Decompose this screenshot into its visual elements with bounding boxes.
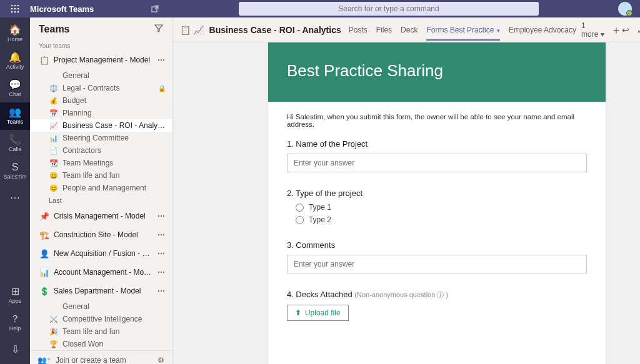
channel-legal-contracts[interactable]: ⚖️Legal - Contracts [30, 82, 172, 94]
rail-calls[interactable]: 📞Calls [0, 130, 30, 157]
rail-chat[interactable]: 💬Chat [0, 75, 30, 102]
form-title: Best Practice Sharing [268, 42, 606, 102]
team-more-icon[interactable]: ⋯ [154, 287, 166, 295]
rail-teams[interactable]: 👥Teams [0, 102, 30, 130]
q2-title: 2. Type of the project [287, 189, 587, 198]
svg-point-7 [14, 11, 16, 13]
team-icon: 📊 [39, 267, 50, 278]
team-sales-department-model[interactable]: 💲Sales Department - Model⋯ [30, 282, 172, 300]
bell-icon: 🔔 [9, 52, 21, 62]
q2-opt1[interactable]: Type 1 [296, 203, 587, 212]
q1-input[interactable] [287, 154, 587, 172]
channel-general[interactable]: General [30, 69, 172, 82]
form-note: Hi Salestim, when you submit this form, … [287, 113, 587, 128]
salestim-icon: S [12, 162, 19, 172]
rail-activity[interactable]: 🔔Activity [0, 47, 30, 75]
q3-input[interactable] [287, 255, 587, 273]
reply-icon[interactable]: ↩ [622, 25, 629, 35]
tab-more[interactable]: 1 more ▾ [581, 21, 604, 39]
team-account-management-model[interactable]: 📊Account Management - Model⋯ [30, 263, 172, 282]
channel-icon: 🎉 [49, 328, 59, 336]
channel-contractors[interactable]: 📄Contractors [30, 144, 172, 157]
channel-planning[interactable]: 📅Planning [30, 107, 172, 119]
chat-icon: 💬 [9, 80, 21, 90]
channel-budget[interactable]: 💰Budget [30, 94, 172, 107]
tab-posts[interactable]: Posts [349, 19, 368, 41]
upload-file-button[interactable]: ⬆ Upload file [287, 305, 349, 321]
app-title: Microsoft Teams [30, 4, 142, 14]
channel-icon: 💰 [49, 97, 59, 105]
upload-icon: ⬆ [295, 308, 301, 317]
team-project-management[interactable]: 📋 Project Management - Model ⋯ [30, 51, 172, 69]
rail-salestim[interactable]: SSalesTim [0, 157, 30, 185]
teams-icon: 👥 [9, 107, 21, 117]
team-new-acquisition-fusion-model[interactable]: 👤New Acquisition / Fusion - Model⋯ [30, 244, 172, 263]
channel-team-life-and-fun[interactable]: 🎉Team life and fun [30, 325, 172, 338]
popout-icon[interactable] [142, 5, 168, 12]
download-icon: ⇩ [11, 345, 19, 355]
team-more-icon[interactable]: ⋯ [154, 230, 166, 239]
channel-people-and-management[interactable]: 😊People and Management [30, 182, 172, 194]
teams-panel-title: Teams [39, 24, 70, 35]
channel-icon: ⚖️ [49, 84, 59, 92]
q4-title: 4. Decks Attached (Non-anonymous questio… [287, 290, 587, 300]
user-avatar[interactable] [610, 2, 640, 16]
q3-title: 3. Comments [287, 240, 587, 250]
q2-opt2[interactable]: Type 2 [296, 215, 587, 224]
form-card: Best Practice Sharing Hi Salestim, when … [268, 42, 606, 364]
channel-team-life-and-fun[interactable]: 😄Team life and fun [30, 169, 172, 182]
channel-closed-won[interactable]: 🏆Closed Won [30, 338, 172, 350]
tab-files[interactable]: Files [376, 19, 392, 41]
team-more-icon[interactable]: ⋯ [154, 212, 166, 220]
svg-point-4 [14, 8, 16, 10]
teams-panel: Teams Your teams 📋 Project Management - … [30, 17, 172, 364]
filter-icon[interactable] [154, 24, 163, 35]
svg-point-8 [18, 11, 19, 13]
channel-icon: ⚔️ [49, 315, 59, 323]
channel-icon: 📈 [49, 122, 59, 130]
svg-point-5 [18, 8, 19, 10]
channel-icon: 🏆 [49, 340, 59, 348]
rail-download[interactable]: ⇩ [0, 337, 30, 364]
channel-general[interactable]: General [30, 300, 172, 313]
team-icon: 👤 [39, 248, 50, 259]
channel-team-meetings[interactable]: 📆Team Meetings [30, 157, 172, 169]
rail-more[interactable]: ⋯ [0, 185, 30, 212]
team-more-icon[interactable]: ⋯ [154, 268, 166, 277]
channel-competitive-intelligence[interactable]: ⚔️Competitive Intelligence [30, 313, 172, 325]
search-input[interactable] [239, 2, 539, 16]
team-icon: 📌 [39, 210, 50, 222]
rail-help[interactable]: ？Help [0, 309, 30, 337]
help-icon: ？ [10, 314, 20, 324]
expand-icon[interactable]: ⤢ [637, 25, 640, 35]
channel-team-icon: 📋 [180, 23, 191, 37]
channel-steering-committee[interactable]: 📊Steering Committee [30, 132, 172, 144]
rail-apps[interactable]: ⊞Apps [0, 282, 30, 309]
join-create-team[interactable]: Join or create a team [56, 356, 126, 364]
team-icon: 🏗️ [39, 229, 50, 240]
phone-icon: 📞 [9, 135, 21, 145]
lock-icon [156, 84, 166, 92]
chevron-down-icon: ▾ [601, 30, 604, 39]
svg-point-2 [18, 5, 19, 7]
team-crisis-management-model[interactable]: 📌Crisis Management - Model⋯ [30, 207, 172, 225]
rail-home[interactable]: 🏠Home [0, 20, 30, 47]
chevron-down-icon: ▾ [495, 27, 500, 34]
tab-deck[interactable]: Deck [401, 19, 418, 41]
channel-icon: 📄 [49, 147, 59, 155]
team-more-icon[interactable]: ⋯ [154, 249, 166, 258]
tab-forms-best-practice[interactable]: Forms Best Practice ▾ [426, 19, 500, 41]
channel-icon: 📆 [49, 159, 59, 167]
team-more-icon[interactable]: ⋯ [154, 56, 166, 64]
app-rail: 🏠Home 🔔Activity 💬Chat 👥Teams 📞Calls SSal… [0, 17, 30, 364]
settings-gear-icon[interactable]: ⚙ [158, 356, 164, 364]
team-icon: 💲 [39, 285, 50, 297]
section-your-teams: Your teams [30, 39, 172, 51]
waffle-icon[interactable] [0, 4, 30, 13]
channel-business-case-roi-analytics[interactable]: 📈Business Case - ROI - Analytics [30, 119, 172, 132]
channel-title: Business Case - ROI - Analytics [209, 25, 341, 35]
tab-employee-advocacy[interactable]: Employee Advocacy [509, 19, 576, 41]
add-tab-icon[interactable]: ＋ [611, 22, 622, 37]
team-construction-site-model[interactable]: 🏗️Construction Site - Model⋯ [30, 225, 172, 244]
team-icon: 📋 [39, 54, 50, 66]
